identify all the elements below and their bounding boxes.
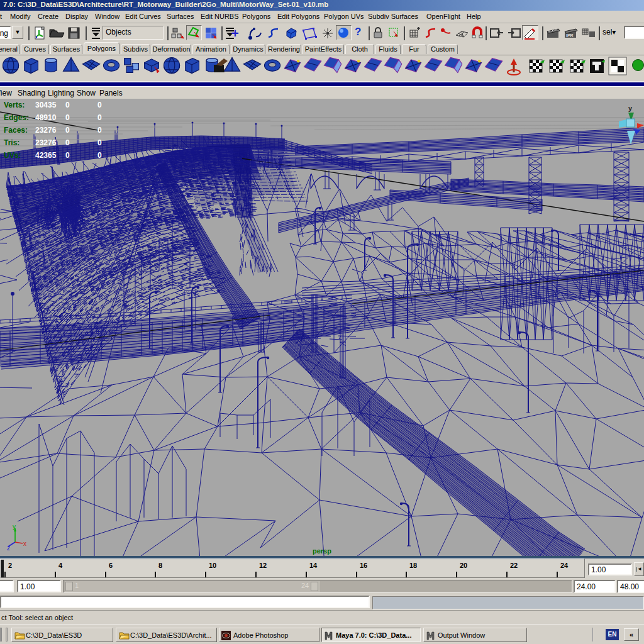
svg-text:x: x (23, 540, 26, 547)
svg-text:persp: persp (313, 547, 331, 555)
svg-text:z: z (7, 545, 10, 552)
svg-text:IPR: IPR (566, 33, 574, 38)
svg-text:Tex: Tex (216, 67, 226, 74)
svg-text:y: y (628, 104, 633, 112)
svg-text:y: y (13, 523, 16, 530)
